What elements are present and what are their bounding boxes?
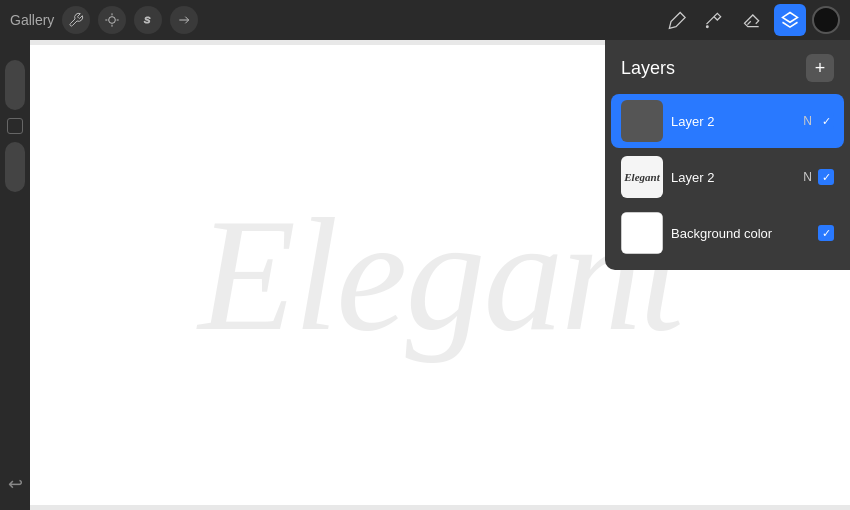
layer-thumb-elegant: Elegant — [621, 156, 663, 198]
gallery-button[interactable]: Gallery — [10, 12, 54, 28]
layer-thumbnail: Elegant — [621, 156, 663, 198]
layer-visibility-check[interactable]: ✓ — [818, 113, 834, 129]
layers-header: Layers + — [605, 40, 850, 92]
layer-row-right: N ✓ — [803, 169, 834, 185]
script-icon[interactable]: S — [134, 6, 162, 34]
layers-title: Layers — [621, 58, 675, 79]
layer-name: Background color — [671, 226, 804, 241]
brush-size-slider[interactable] — [5, 60, 25, 110]
layer-info: Background color — [671, 226, 804, 241]
layers-button[interactable] — [774, 4, 806, 36]
svg-text:S: S — [144, 15, 151, 25]
layer-name: Layer 2 — [671, 114, 795, 129]
layer-row[interactable]: Elegant Layer 2 N ✓ — [611, 150, 844, 204]
layer-visibility-check[interactable]: ✓ — [818, 225, 834, 241]
layer-row[interactable]: Layer 2 N ✓ — [611, 94, 844, 148]
layer-row-right: N ✓ — [803, 113, 834, 129]
brush-tool-icon[interactable] — [698, 4, 730, 36]
layer-thumb-white — [621, 212, 663, 254]
layer-thumbnail — [621, 100, 663, 142]
layer-info: Layer 2 — [671, 114, 795, 129]
undo-button[interactable]: ↩ — [8, 473, 23, 495]
eraser-tool-icon[interactable] — [736, 4, 768, 36]
toolbar-right — [660, 4, 840, 36]
layer-blend-mode: N — [803, 114, 812, 128]
layer-info: Layer 2 — [671, 170, 795, 185]
toolbar: Gallery S — [0, 0, 850, 40]
svg-marker-6 — [783, 13, 798, 23]
wrench-icon[interactable] — [62, 6, 90, 34]
check-icon: ✓ — [822, 172, 831, 183]
add-layer-button[interactable]: + — [806, 54, 834, 82]
magic-icon[interactable] — [98, 6, 126, 34]
color-picker[interactable] — [812, 6, 840, 34]
pen-tool-icon[interactable] — [660, 4, 692, 36]
toolbar-left: Gallery S — [10, 6, 198, 34]
check-icon: ✓ — [822, 228, 831, 239]
layer-name: Layer 2 — [671, 170, 795, 185]
left-sidebar: ↩ — [0, 40, 30, 510]
arrow-icon[interactable] — [170, 6, 198, 34]
sidebar-square-button[interactable] — [7, 118, 23, 134]
layer-blend-mode: N — [803, 170, 812, 184]
layer-visibility-check[interactable]: ✓ — [818, 169, 834, 185]
layer-thumb-dark — [621, 100, 663, 142]
svg-point-0 — [109, 17, 116, 24]
check-icon: ✓ — [822, 116, 831, 127]
layer-row-right: ✓ — [812, 225, 834, 241]
layer-thumbnail — [621, 212, 663, 254]
opacity-slider[interactable] — [5, 142, 25, 192]
layers-panel: Layers + Layer 2 N ✓ Elegant Layer 2 N ✓ — [605, 40, 850, 270]
layer-row[interactable]: Background color ✓ — [611, 206, 844, 260]
